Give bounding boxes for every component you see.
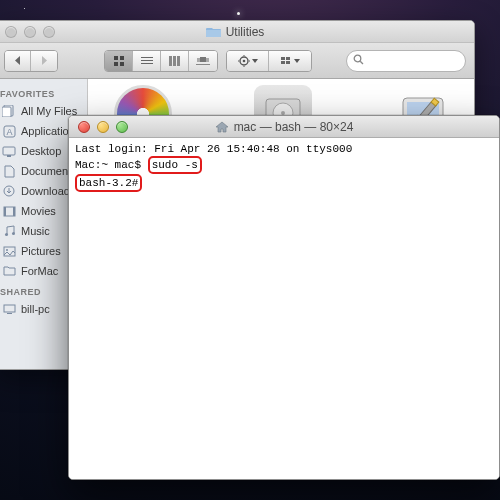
svg-rect-3 xyxy=(120,62,124,66)
view-list-button[interactable] xyxy=(133,51,161,71)
svg-rect-26 xyxy=(3,147,15,155)
sidebar-item-label: bill-pc xyxy=(21,303,50,315)
svg-point-20 xyxy=(354,55,361,62)
home-icon xyxy=(215,121,229,132)
music-icon xyxy=(2,224,16,238)
arrange-menu-button[interactable] xyxy=(269,51,311,71)
finder-search[interactable] xyxy=(346,50,466,72)
all-my-files-icon xyxy=(2,104,16,118)
svg-rect-31 xyxy=(13,207,15,216)
svg-text:A: A xyxy=(6,127,12,137)
folder-icon xyxy=(2,264,16,278)
nav-back-forward xyxy=(4,50,58,72)
svg-rect-4 xyxy=(141,57,153,58)
downloads-icon xyxy=(2,184,16,198)
svg-rect-27 xyxy=(7,155,11,157)
pc-icon xyxy=(2,302,16,316)
movies-icon xyxy=(2,204,16,218)
action-segment xyxy=(226,50,312,72)
svg-rect-16 xyxy=(281,57,285,60)
svg-rect-19 xyxy=(286,61,290,64)
svg-rect-6 xyxy=(141,63,153,64)
svg-rect-18 xyxy=(281,61,285,64)
svg-rect-13 xyxy=(196,64,210,65)
action-menu-button[interactable] xyxy=(227,51,269,71)
applications-icon: A xyxy=(2,124,16,138)
sidebar-item-label: Movies xyxy=(21,205,56,217)
svg-point-35 xyxy=(6,249,8,251)
svg-point-32 xyxy=(5,233,8,236)
svg-rect-8 xyxy=(173,56,176,66)
terminal-body[interactable]: Last login: Fri Apr 26 15:40:48 on ttys0… xyxy=(69,138,499,479)
terminal-titlebar[interactable]: mac — bash — 80×24 xyxy=(69,116,499,138)
highlight-sudo: sudo -s xyxy=(148,156,202,174)
finder-title: Utilities xyxy=(0,25,474,39)
finder-titlebar[interactable]: Utilities xyxy=(0,21,474,43)
svg-point-15 xyxy=(242,59,245,62)
back-button[interactable] xyxy=(5,51,31,71)
svg-rect-23 xyxy=(2,107,11,117)
view-icons-button[interactable] xyxy=(105,51,133,71)
view-mode-segment xyxy=(104,50,218,72)
svg-point-33 xyxy=(12,232,15,235)
sidebar-header-favorites: Favorites xyxy=(0,83,87,101)
search-icon xyxy=(353,54,364,67)
terminal-line-prompt1: Mac:~ mac$ sudo -s xyxy=(75,156,493,174)
terminal-line-login: Last login: Fri Apr 26 15:40:48 on ttys0… xyxy=(75,142,493,156)
svg-rect-0 xyxy=(114,56,118,60)
view-coverflow-button[interactable] xyxy=(189,51,217,71)
finder-title-label: Utilities xyxy=(226,25,265,39)
finder-toolbar xyxy=(0,43,474,79)
forward-button[interactable] xyxy=(31,51,57,71)
documents-icon xyxy=(2,164,16,178)
terminal-title-label: mac — bash — 80×24 xyxy=(234,120,354,134)
sidebar-item-label: Pictures xyxy=(21,245,61,257)
svg-rect-17 xyxy=(286,57,290,60)
terminal-title: mac — bash — 80×24 xyxy=(69,120,499,134)
svg-rect-37 xyxy=(7,313,12,314)
svg-line-21 xyxy=(360,61,363,64)
view-columns-button[interactable] xyxy=(161,51,189,71)
sidebar-item-label: Music xyxy=(21,225,50,237)
search-input[interactable] xyxy=(368,55,459,67)
desktop-icon xyxy=(2,144,16,158)
svg-rect-11 xyxy=(197,58,200,62)
svg-rect-7 xyxy=(169,56,172,66)
pictures-icon xyxy=(2,244,16,258)
svg-rect-12 xyxy=(206,58,209,62)
sidebar-item-label: ForMac xyxy=(21,265,58,277)
svg-rect-2 xyxy=(114,62,118,66)
svg-rect-9 xyxy=(177,56,180,66)
sidebar-item-label: Desktop xyxy=(21,145,61,157)
terminal-window: mac — bash — 80×24 Last login: Fri Apr 2… xyxy=(68,115,500,480)
svg-rect-36 xyxy=(4,305,15,312)
svg-rect-30 xyxy=(4,207,6,216)
svg-rect-10 xyxy=(200,57,206,62)
svg-rect-5 xyxy=(141,60,153,61)
terminal-line-prompt2: bash-3.2# xyxy=(75,174,493,192)
svg-rect-1 xyxy=(120,56,124,60)
highlight-bash: bash-3.2# xyxy=(75,174,142,192)
folder-icon xyxy=(206,26,221,38)
